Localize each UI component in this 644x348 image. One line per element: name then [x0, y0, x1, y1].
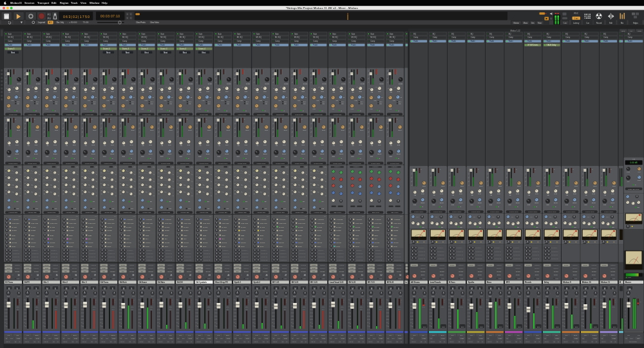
svg-text:Lsn: Lsn: [564, 22, 567, 24]
svg-text:*Strings Mix Project Mixbus 11: *Strings Mix Project Mixbus 11 JW v2 - M…: [286, 6, 359, 10]
svg-text:40: 40: [151, 274, 154, 277]
svg-text:D4 FX: D4 FX: [24, 281, 30, 284]
svg-text:-0.2: -0.2: [498, 334, 501, 336]
svg-text:Synths: Synths: [468, 281, 475, 284]
svg-text:Out: Out: [637, 338, 639, 340]
svg-text:44: 44: [227, 274, 230, 277]
svg-text:Bass: Bass: [487, 281, 491, 284]
svg-text:Next: Next: [202, 51, 205, 54]
svg-text:53: 53: [399, 274, 402, 277]
svg-text:D4 Toms: D4 Toms: [100, 281, 108, 284]
svg-text:Transport: Transport: [37, 1, 50, 5]
svg-text:-150.2: -150.2: [611, 334, 616, 336]
svg-text:-8.7: -8.7: [536, 334, 539, 336]
svg-text:VCA: VCA: [630, 30, 633, 32]
svg-text:Synth 2: Synth 2: [253, 281, 260, 284]
svg-text:BV 7-01: BV 7-01: [368, 281, 375, 284]
svg-text:-8.8: -8.8: [379, 334, 382, 336]
svg-text:Mixbus 11: Mixbus 11: [601, 281, 610, 284]
svg-text:Short Drop FX: Short Drop FX: [215, 281, 228, 284]
svg-text:Clear Peaks: Clear Peaks: [136, 21, 146, 24]
svg-text:Mixbus 9: Mixbus 9: [563, 281, 571, 284]
svg-text:D4 Hats: D4 Hats: [158, 281, 165, 284]
svg-text:-0.0: -0.0: [527, 334, 530, 336]
svg-text:Window: Window: [90, 1, 100, 5]
svg-text:Thrsh: Thrsh: [627, 171, 630, 172]
svg-text:BV 1-01: BV 1-01: [272, 281, 279, 284]
svg-text:Mixbus11: Mixbus11: [10, 1, 23, 5]
svg-text:Lead Vocals: Lead Vocals: [430, 281, 441, 284]
svg-text:-3.2: -3.2: [554, 334, 558, 336]
svg-text:-0.0: -0.0: [236, 334, 239, 336]
svg-text:Master: Master: [625, 281, 632, 284]
svg-text:49: 49: [323, 274, 325, 277]
svg-text:Edges: Edges: [633, 22, 638, 24]
svg-text:Record: Record: [596, 22, 602, 24]
svg-text:-0.0: -0.0: [255, 334, 258, 336]
svg-text:Master Bus Comp: Master Bus Comp: [628, 188, 639, 190]
svg-text:Next: Next: [126, 51, 129, 54]
svg-text:Le: Le: [405, 281, 408, 284]
svg-text:Next: Next: [164, 51, 167, 54]
svg-text:-0.0: -0.0: [388, 334, 392, 336]
svg-text:Hits 1: Hits 1: [43, 281, 48, 284]
svg-text:-0.0: -0.0: [332, 334, 335, 336]
svg-text:-6.2: -6.2: [169, 334, 172, 336]
svg-text:-17.3: -17.3: [397, 334, 401, 336]
svg-text:Fader: Fader: [628, 40, 632, 42]
svg-text:Drums 3: Drums 3: [8, 48, 15, 50]
svg-text:D4 Cymbals: D4 Cymbals: [196, 281, 207, 284]
svg-text:BV 2-01: BV 2-01: [292, 281, 299, 284]
svg-text:Clear Solos: Clear Solos: [150, 21, 160, 24]
svg-text:-0.0: -0.0: [179, 334, 182, 336]
svg-text:51: 51: [361, 274, 364, 277]
svg-text:-0.0: -0.0: [217, 334, 220, 336]
svg-text:-17.3: -17.3: [440, 334, 444, 336]
svg-text:35: 35: [56, 274, 59, 277]
svg-text:-0.0: -0.0: [293, 334, 296, 336]
svg-text:Next: Next: [183, 51, 187, 54]
svg-text:FILTERS/PH: FILTERS/PH: [354, 166, 360, 167]
svg-text:43: 43: [209, 274, 211, 277]
svg-text:Next: Next: [11, 51, 15, 54]
svg-text:45: 45: [247, 274, 249, 277]
svg-text:Lead Vocal 3-01: Lead Vocal 3-01: [330, 281, 344, 284]
svg-text:SSL 9000J: SSL 9000J: [391, 212, 398, 213]
svg-text:FILTERS/PH: FILTERS/PH: [334, 166, 341, 167]
svg-text:All Drums: All Drums: [411, 281, 420, 284]
svg-text:EQ: EQ: [628, 33, 630, 35]
svg-text:D4 Kick: D4 Kick: [120, 281, 127, 284]
svg-text:-0.0: -0.0: [122, 334, 125, 336]
svg-text:-3.1: -3.1: [341, 334, 344, 336]
svg-text:-4.8: -4.8: [207, 334, 210, 336]
svg-text:39: 39: [132, 274, 135, 277]
svg-text:-0.0: -0.0: [64, 334, 68, 336]
svg-text:Rels: Rels: [638, 171, 641, 172]
svg-text:Drums 4: Drums 4: [180, 48, 187, 50]
svg-text:-0.0: -0.0: [603, 334, 606, 336]
svg-text:X7 GV Drums: X7 GV Drums: [527, 44, 538, 46]
svg-text:Help: Help: [102, 1, 108, 5]
svg-text:-11.8: -11.8: [54, 334, 58, 336]
svg-text:47: 47: [285, 274, 287, 277]
svg-text:Mute: Mute: [538, 22, 542, 24]
svg-text:A 1: A 1: [49, 21, 52, 24]
svg-text:-0.0: -0.0: [83, 334, 86, 336]
svg-text:00:03:07:10: 00:03:07:10: [100, 15, 120, 18]
svg-text:SSL 9000J: SSL 9000J: [334, 212, 341, 213]
svg-text:SFX: SFX: [506, 281, 510, 284]
svg-text:-102.8: -102.8: [592, 334, 597, 336]
svg-text:-0.0: -0.0: [507, 334, 511, 336]
svg-text:BV 6-01: BV 6-01: [349, 281, 356, 284]
svg-text:PDC: PDC: [574, 12, 579, 15]
svg-text:0.00 dB: 0.00 dB: [630, 161, 638, 164]
svg-text:Cue: Cue: [586, 22, 589, 24]
svg-text:Edit: Edit: [609, 22, 612, 24]
svg-text:-0.0: -0.0: [140, 334, 144, 336]
svg-text:Next: Next: [106, 51, 110, 54]
svg-text:-3.5: -3.5: [149, 334, 153, 336]
svg-text:-1.8: -1.8: [478, 334, 482, 336]
svg-text:-8.0: -8.0: [16, 334, 19, 336]
svg-text:D3 Toms: D3 Toms: [5, 281, 13, 284]
svg-text:48: 48: [304, 274, 307, 277]
